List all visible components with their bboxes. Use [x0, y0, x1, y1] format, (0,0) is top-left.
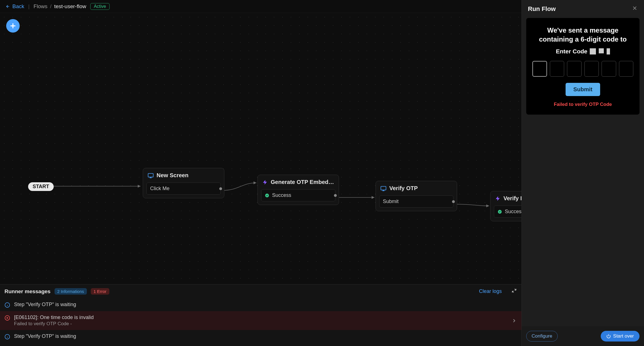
panel-title: Run Flow [528, 5, 556, 13]
preview-error-text: Failed to verify OTP Code [532, 102, 633, 107]
start-over-button[interactable]: Start over [601, 331, 640, 342]
clear-logs-button[interactable]: Clear logs [479, 288, 502, 294]
topbar: Back | Flows / test-user-flow Active [0, 0, 521, 13]
info-icon [4, 302, 10, 308]
status-badge: Active [90, 3, 110, 10]
message-row[interactable]: Step "Verify OTP" is waiting [0, 298, 521, 311]
bolt-icon [495, 196, 501, 201]
output-label: Success [272, 192, 291, 198]
breadcrumb-root[interactable]: Flows [33, 3, 48, 9]
breadcrumb: Flows / test-user-flow [33, 3, 86, 10]
back-button[interactable]: Back [6, 3, 24, 10]
back-label: Back [12, 3, 24, 10]
breadcrumb-separator: / [50, 3, 51, 9]
check-circle-icon [498, 210, 502, 214]
node-output-click-me[interactable]: Click Me [146, 183, 221, 195]
error-count-badge: 1 Error [91, 288, 109, 295]
messages-title: Runner messages [4, 288, 51, 295]
otp-digit-2[interactable] [550, 61, 564, 77]
start-node[interactable]: START [28, 182, 54, 191]
svg-marker-1 [254, 181, 256, 184]
otp-digit-1[interactable] [532, 61, 547, 77]
info-count-badge: 2 Informations [55, 288, 87, 295]
node-output-success[interactable]: Success [261, 189, 335, 201]
start-over-label: Start over [613, 333, 634, 339]
otp-digit-3[interactable] [567, 61, 581, 77]
output-label: Submit [383, 199, 399, 204]
screen-icon [148, 172, 154, 179]
svg-marker-2 [372, 196, 374, 199]
message-text: Step "Verify OTP" is waiting [14, 302, 517, 308]
screen-icon [380, 185, 387, 192]
runner-messages-panel: Runner messages 2 Informations 1 Error C… [0, 284, 521, 346]
flow-edges [0, 13, 521, 284]
message-text: Step "Verify OTP" is waiting [14, 333, 517, 339]
arrow-left-icon [6, 4, 10, 9]
svg-marker-0 [138, 185, 141, 188]
close-icon [632, 5, 638, 11]
plus-icon [9, 22, 17, 29]
submit-button[interactable]: Submit [566, 83, 600, 96]
otp-digit-6[interactable] [619, 61, 633, 77]
bolt-icon [262, 179, 268, 185]
run-flow-panel: Run Flow We've sent a message containing… [521, 0, 644, 346]
node-title: Generate OTP Embedded Code f... [271, 179, 335, 185]
node-title: Verify OTP [389, 185, 418, 192]
output-port[interactable] [334, 194, 337, 197]
preview-heading: We've sent a message containing a 6-digi… [532, 26, 633, 44]
svg-rect-6 [381, 186, 386, 190]
message-row[interactable]: Step "Verify OTP" is waiting [0, 330, 521, 343]
breadcrumb-current: test-user-flow [54, 3, 86, 9]
output-label: Click Me [150, 186, 170, 192]
message-text: [E061102]: One time code is invalid [14, 315, 507, 320]
output-port[interactable] [219, 187, 222, 190]
enter-code-label: Enter Code [556, 48, 587, 55]
power-icon [606, 334, 611, 338]
otp-input-group [532, 61, 633, 77]
error-icon [4, 315, 10, 321]
add-node-button[interactable] [6, 19, 20, 33]
info-icon [4, 334, 10, 340]
node-title: New Screen [157, 172, 188, 179]
output-label: Successful au [505, 209, 521, 215]
node-new-screen[interactable]: New Screen Click Me [143, 168, 224, 198]
collapse-icon [511, 288, 517, 293]
divider: | [28, 3, 30, 10]
collapse-panel-button[interactable] [511, 288, 517, 295]
flow-canvas[interactable]: START New Screen Click Me Generate OTP E… [0, 13, 521, 284]
svg-marker-3 [486, 204, 489, 207]
node-verify-otp[interactable]: Verify OTP Submit [376, 181, 457, 211]
node-output-submit[interactable]: Submit [379, 195, 453, 208]
chevron-right-icon [511, 318, 517, 324]
otp-digit-4[interactable] [584, 61, 599, 77]
configure-button[interactable]: Configure [526, 331, 558, 342]
check-circle-icon [265, 193, 269, 198]
message-subtext: Failed to verify OTP Code - [14, 321, 507, 327]
node-title: Verify Embe [503, 195, 521, 202]
close-panel-button[interactable] [632, 5, 638, 13]
message-row[interactable]: [E061102]: One time code is invalid Fail… [0, 311, 521, 330]
masked-destination [590, 48, 610, 54]
otp-digit-5[interactable] [602, 61, 616, 77]
node-generate-otp[interactable]: Generate OTP Embedded Code f... Success [257, 175, 339, 205]
node-output-successful-au[interactable]: Successful au [494, 206, 521, 218]
output-port[interactable] [452, 200, 455, 203]
node-verify-embedded[interactable]: Verify Embe Successful au [490, 191, 521, 221]
flow-preview: We've sent a message containing a 6-digi… [526, 18, 640, 115]
svg-rect-4 [148, 173, 153, 177]
